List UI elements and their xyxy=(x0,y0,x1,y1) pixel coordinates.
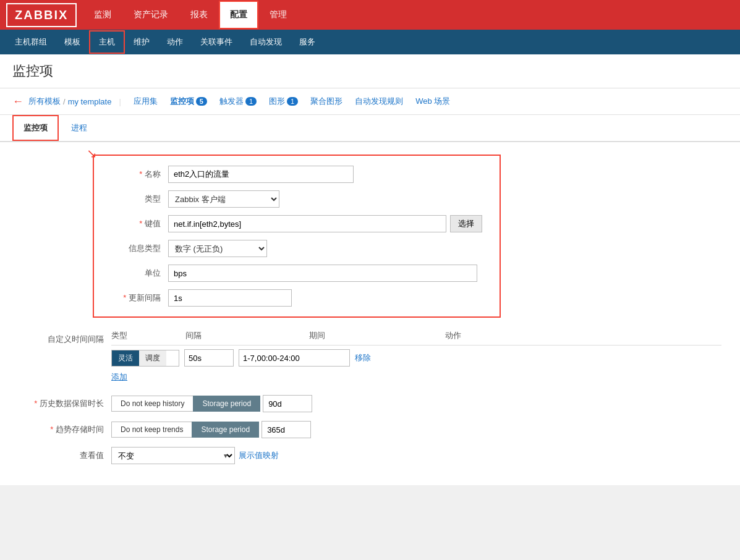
unit-label: 单位 xyxy=(106,268,168,279)
key-label: * 键值 xyxy=(106,218,168,229)
breadcrumb-tab-graphs[interactable]: 图形1 xyxy=(264,93,303,109)
toggle-schedule-btn[interactable]: 调度 xyxy=(139,350,166,366)
col-header-type: 类型 xyxy=(111,330,185,341)
arrow-icon-1: ← xyxy=(12,95,23,108)
breadcrumb-all-templates[interactable]: 所有模板 xyxy=(28,96,61,107)
custom-time-section: 自定义时间间隔 类型 间隔 期间 动作 灵活 调度 移除 xyxy=(19,330,721,383)
name-input[interactable] xyxy=(168,166,354,183)
key-input[interactable] xyxy=(168,215,446,232)
history-label: * 历史数据保留时长 xyxy=(19,398,111,409)
update-interval-label: * 更新间隔 xyxy=(106,292,168,303)
info-type-select[interactable]: 数字 (无正负) xyxy=(168,240,267,257)
second-nav-services[interactable]: 服务 xyxy=(291,30,324,54)
top-nav-item-reports[interactable]: 报表 xyxy=(179,1,219,29)
col-header-interval: 间隔 xyxy=(185,330,309,341)
breadcrumb-template-link[interactable]: my template xyxy=(68,97,112,106)
breadcrumb-tab-web[interactable]: Web 场景 xyxy=(410,93,455,109)
breadcrumb-count-items: 5 xyxy=(196,97,207,106)
second-nav-hosts[interactable]: 主机 xyxy=(89,30,125,54)
view-value-select[interactable]: 不变 xyxy=(111,447,235,464)
trends-value-input[interactable] xyxy=(262,421,311,438)
custom-time-label: 自定义时间间隔 xyxy=(19,330,111,345)
second-nav-maintenance[interactable]: 维护 xyxy=(125,30,158,54)
info-type-label: 信息类型 xyxy=(106,243,168,254)
sub-tab-items[interactable]: 监控项 xyxy=(12,115,59,141)
top-nav-item-assets[interactable]: 资产记录 xyxy=(122,1,179,29)
type-label: 类型 xyxy=(106,193,168,205)
form-row-key: * 键值 选择 xyxy=(106,215,487,232)
breadcrumb-sep-2: | xyxy=(119,97,121,106)
breadcrumb-tab-aggregate[interactable]: 聚合图形 xyxy=(305,93,347,109)
breadcrumb-tab-appset[interactable]: 应用集 xyxy=(129,93,163,109)
main-form-section: * 名称 类型 Zabbix 客户端 * 键值 选择 信息类型 数字 (无正负) xyxy=(93,155,501,318)
form-row-type: 类型 Zabbix 客户端 xyxy=(106,190,487,208)
toggle-flexible-btn[interactable]: 灵活 xyxy=(112,350,139,366)
logo: ZABBIX xyxy=(6,3,77,27)
form-row-name: * 名称 xyxy=(106,166,487,183)
top-nav-item-monitor[interactable]: 监测 xyxy=(83,1,122,29)
trends-label: * 趋势存储时间 xyxy=(19,424,111,435)
form-row-unit: 单位 xyxy=(106,265,487,282)
history-section: * 历史数据保留时长 Do not keep history Storage p… xyxy=(19,395,721,412)
col-header-period: 期间 xyxy=(309,330,445,341)
breadcrumb-tab-autodiscovery[interactable]: 自动发现规则 xyxy=(350,93,408,109)
history-do-not-keep-btn[interactable]: Do not keep history xyxy=(111,396,193,412)
form-row-update-interval: * 更新间隔 xyxy=(106,289,487,307)
second-nav-discovery[interactable]: 自动发现 xyxy=(241,30,291,54)
trends-section: * 趋势存储时间 Do not keep trends Storage peri… xyxy=(19,421,721,438)
form-row-info-type: 信息类型 数字 (无正负) xyxy=(106,240,487,257)
top-nav-item-config[interactable]: 配置 xyxy=(219,1,258,29)
second-nav-actions[interactable]: 动作 xyxy=(158,30,192,54)
name-label: * 名称 xyxy=(106,169,168,180)
breadcrumb-tab-items[interactable]: 监控项5 xyxy=(165,93,212,109)
second-nav-templates[interactable]: 模板 xyxy=(56,30,89,54)
view-mapping-link[interactable]: 展示值映射 xyxy=(239,450,279,461)
breadcrumb-sep-1: / xyxy=(63,97,66,106)
page-title: 监控项 xyxy=(12,63,53,78)
sub-tab-process[interactable]: 进程 xyxy=(61,116,97,140)
update-interval-input[interactable] xyxy=(168,289,292,307)
col-header-action: 动作 xyxy=(445,330,461,341)
add-link[interactable]: 添加 xyxy=(111,371,127,383)
breadcrumb-tab-triggers[interactable]: 触发器1 xyxy=(215,93,262,109)
key-select-button[interactable]: 选择 xyxy=(450,215,482,232)
top-nav-item-admin[interactable]: 管理 xyxy=(258,1,298,29)
unit-input[interactable] xyxy=(168,265,477,282)
second-nav-host-groups[interactable]: 主机群组 xyxy=(6,30,56,54)
type-select[interactable]: Zabbix 客户端 xyxy=(168,190,279,208)
view-value-section: 查看值 不变 ▼ 展示值映射 xyxy=(19,447,721,464)
arrow-icon-2: ↘ xyxy=(87,146,97,161)
remove-link[interactable]: 移除 xyxy=(355,352,371,363)
second-nav-events[interactable]: 关联事件 xyxy=(192,30,241,54)
breadcrumb-count-triggers: 1 xyxy=(245,97,257,106)
view-value-label: 查看值 xyxy=(19,450,111,461)
history-storage-period-btn[interactable]: Storage period xyxy=(193,396,260,412)
breadcrumb-count-graphs: 1 xyxy=(287,97,298,106)
interval-input[interactable] xyxy=(184,349,234,367)
history-value-input[interactable] xyxy=(263,395,312,412)
trends-do-not-keep-btn[interactable]: Do not keep trends xyxy=(111,422,192,438)
top-nav: 监测 资产记录 报表 配置 管理 xyxy=(83,1,298,29)
period-input[interactable] xyxy=(239,349,350,367)
trends-storage-period-btn[interactable]: Storage period xyxy=(192,422,259,438)
custom-time-row: 灵活 调度 移除 xyxy=(111,349,721,367)
